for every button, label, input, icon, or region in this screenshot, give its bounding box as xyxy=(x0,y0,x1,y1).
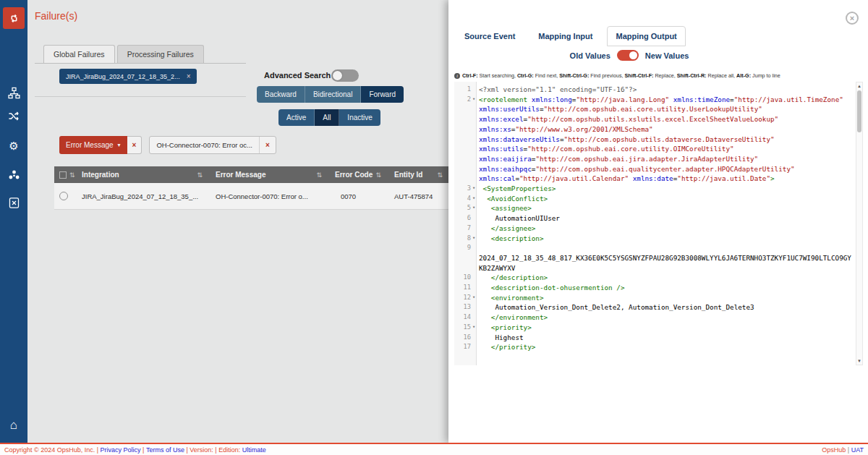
code-line: 11 <description-dot-ohusermention /> xyxy=(454,283,854,293)
sort-icon[interactable]: ⇅ xyxy=(437,171,443,179)
shortcuts-text: Ctrl-F: Start searching, Ctrl-G: Find ne… xyxy=(462,72,780,79)
filter-value-chip: OH-Connector-0070: Error oc... × xyxy=(149,136,276,154)
footer-separator: | xyxy=(141,446,146,454)
values-toggle-row: Old Values New Values xyxy=(448,50,868,61)
scroll-up-icon[interactable]: ▲ xyxy=(856,82,862,90)
row-radio[interactable] xyxy=(59,192,68,200)
line-number: 14 xyxy=(454,312,477,323)
mapping-output-drawer: × Source EventMapping InputMapping Outpu… xyxy=(448,0,868,443)
sort-icon[interactable]: ⇅ xyxy=(197,171,203,179)
column-label: Entity Id xyxy=(394,171,422,179)
code-line: 6 AutomationUIUser xyxy=(454,213,854,224)
filter-value-remove-icon[interactable]: × xyxy=(259,137,276,153)
edition-value: Ultimate xyxy=(242,446,266,454)
scrollbar-thumb[interactable] xyxy=(857,90,861,132)
fold-arrow-icon[interactable]: ▾ xyxy=(471,194,477,204)
select-all-checkbox[interactable] xyxy=(59,171,67,179)
fold-arrow-icon[interactable]: ▾ xyxy=(471,203,477,213)
code-text: 2024_07_12_18_35_48_817_KX36E0K5C5YSGSNY… xyxy=(477,243,854,273)
integration-filter-chip[interactable]: JIRA_JiraBug_2024_07_12_18_35_2... × xyxy=(59,69,197,84)
tab-global-failures[interactable]: Global Failures xyxy=(43,45,115,63)
gears-icon[interactable]: ⚙ xyxy=(4,136,24,156)
line-number: 9 xyxy=(454,243,477,273)
line-number: 8▾ xyxy=(454,234,477,244)
code-line: 9 2024_07_12_18_35_48_817_KX36E0K5C5YSGS… xyxy=(454,243,854,273)
code-line: 16 Highest xyxy=(454,333,854,343)
footer-separator: | xyxy=(846,446,851,454)
home-icon[interactable]: ⌂ xyxy=(4,415,24,435)
backward-button[interactable]: Backward xyxy=(257,86,305,103)
fold-arrow-icon[interactable]: ▾ xyxy=(471,234,477,244)
xml-code-editor[interactable]: 1<?xml version="1.1" encoding="UTF-16"?>… xyxy=(454,82,854,365)
code-line: 3▾ <SystemProperties> xyxy=(454,184,854,194)
column-header-integration[interactable]: Integration⇅ xyxy=(76,166,210,183)
failures-tab-bar: Global FailuresProcessing Failures xyxy=(43,45,206,63)
edition-label: Edition: xyxy=(218,446,242,454)
forward-button[interactable]: Forward xyxy=(361,86,404,103)
fold-arrow-icon[interactable]: ▾ xyxy=(471,323,477,333)
code-text: <assignee> xyxy=(477,203,854,213)
fold-arrow-icon[interactable]: ▾ xyxy=(471,184,477,194)
sort-icon[interactable]: ⇅ xyxy=(375,171,381,179)
sitemap-icon[interactable] xyxy=(4,82,24,103)
footer-right: OpsHub | UAT xyxy=(822,446,864,454)
code-text: <environment> xyxy=(477,293,854,303)
advanced-search-toggle[interactable] xyxy=(331,69,359,82)
footer-separator: | xyxy=(213,446,218,454)
code-text: </description> xyxy=(477,273,854,283)
values-toggle-switch[interactable] xyxy=(617,50,639,61)
code-text: <description> xyxy=(477,234,854,244)
editor-shortcuts-hint: iCtrl-F: Start searching, Ctrl-G: Find n… xyxy=(454,72,780,79)
sort-icon[interactable]: ⇅ xyxy=(316,171,322,179)
sort-icon[interactable]: ⇅ xyxy=(69,171,75,179)
fold-arrow-icon[interactable]: ▾ xyxy=(471,95,477,105)
old-values-label[interactable]: Old Values xyxy=(570,51,610,60)
filter-field-remove-icon[interactable]: × xyxy=(127,136,142,154)
active-button[interactable]: Active xyxy=(278,109,315,126)
chip-underline xyxy=(35,96,246,97)
sync-icon[interactable] xyxy=(3,7,25,29)
scroll-down-icon[interactable]: ▼ xyxy=(856,357,862,365)
column-label: Integration xyxy=(82,171,119,179)
filter-field-dropdown[interactable]: Error Message ▾ xyxy=(59,136,127,154)
tab-source-event[interactable]: Source Event xyxy=(456,26,524,46)
column-header-error-message[interactable]: Error Message⇅ xyxy=(210,166,329,183)
code-text: Automation_Version_Dont_Delete2, Automat… xyxy=(477,302,854,312)
column-header-error-code[interactable]: Error Code⇅ xyxy=(329,166,388,183)
excel-export-icon[interactable] xyxy=(4,192,24,213)
close-icon[interactable]: × xyxy=(846,12,859,25)
code-text: <?xml version="1.1" encoding="UTF-16"?> xyxy=(477,85,854,95)
table-cell: OH-Connector-0070: Error o... xyxy=(210,192,329,200)
bidirectional-button[interactable]: Bidirectional xyxy=(305,86,361,103)
filter-row: Error Message ▾ × OH-Connector-0070: Err… xyxy=(59,136,276,154)
new-values-label[interactable]: New Values xyxy=(645,51,689,60)
table-cell: AUT-475874 xyxy=(388,192,450,200)
tab-mapping-output[interactable]: Mapping Output xyxy=(607,26,685,46)
inactive-button[interactable]: Inactive xyxy=(339,109,380,126)
privacy-policy-link[interactable]: Privacy Policy xyxy=(101,446,141,454)
filter-value-text: OH-Connector-0070: Error oc... xyxy=(150,137,259,153)
footer-separator: | xyxy=(95,446,100,454)
cluster-icon[interactable] xyxy=(4,165,24,185)
line-number: 10 xyxy=(454,273,477,283)
line-number: 12▾ xyxy=(454,293,477,303)
table-cell: 0070 xyxy=(329,192,388,200)
code-text: Highest xyxy=(477,333,854,343)
terms-of-use-link[interactable]: Terms of Use xyxy=(146,446,184,454)
tab-processing-failures[interactable]: Processing Failures xyxy=(117,45,204,63)
all-button[interactable]: All xyxy=(315,109,339,126)
column-header-entity-id[interactable]: Entity Id⇅ xyxy=(388,166,450,183)
column-header-select[interactable]: ⇅ xyxy=(54,166,76,183)
line-number: 3▾ xyxy=(454,184,477,194)
code-text: <AvoidConflict> xyxy=(477,194,854,204)
editor-scrollbar[interactable]: ▲ ▼ xyxy=(856,82,863,365)
shuffle-icon[interactable] xyxy=(4,106,24,126)
tab-mapping-input[interactable]: Mapping Input xyxy=(529,26,601,46)
table-cell: JIRA_JiraBug_2024_07_12_18_35_... xyxy=(76,192,210,200)
copyright-text: Copyright © 2024 OpsHub, Inc. xyxy=(4,446,95,454)
code-text: <SystemProperties> xyxy=(477,184,854,194)
chip-close-icon[interactable]: × xyxy=(187,72,191,80)
fold-arrow-icon[interactable]: ▾ xyxy=(471,293,477,303)
code-line: 7 </assignee> xyxy=(454,224,854,234)
line-number: 16 xyxy=(454,333,477,343)
